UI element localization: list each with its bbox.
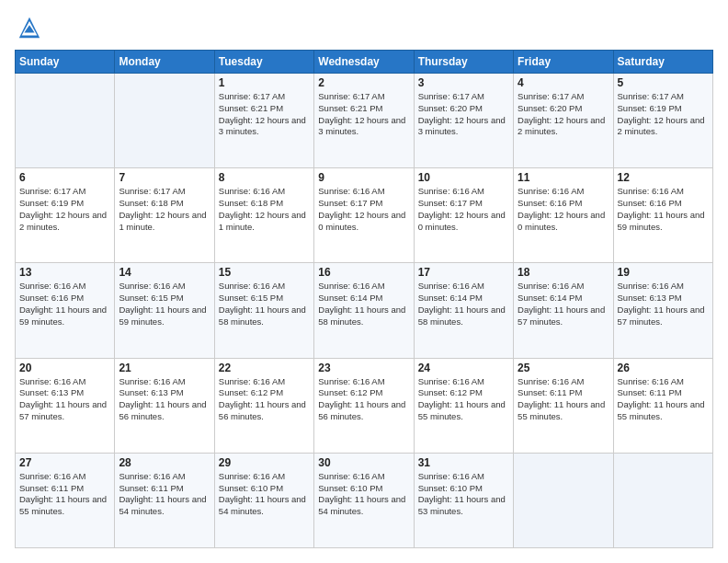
cell-info: Sunrise: 6:16 AM Sunset: 6:11 PM Dayligh… <box>518 376 609 423</box>
calendar-header-saturday: Saturday <box>613 51 712 74</box>
cell-info: Sunrise: 6:16 AM Sunset: 6:16 PM Dayligh… <box>518 186 609 233</box>
day-number: 21 <box>119 362 210 374</box>
calendar-header-friday: Friday <box>514 51 613 74</box>
calendar-cell <box>115 74 214 168</box>
calendar-cell: 29Sunrise: 6:16 AM Sunset: 6:10 PM Dayli… <box>214 453 313 547</box>
day-number: 27 <box>19 456 110 469</box>
calendar-cell: 5Sunrise: 6:17 AM Sunset: 6:19 PM Daylig… <box>613 74 712 168</box>
day-number: 1 <box>219 76 310 89</box>
calendar-cell: 16Sunrise: 6:16 AM Sunset: 6:14 PM Dayli… <box>314 263 414 358</box>
cell-info: Sunrise: 6:16 AM Sunset: 6:14 PM Dayligh… <box>318 281 409 327</box>
calendar-cell: 2Sunrise: 6:17 AM Sunset: 6:21 PM Daylig… <box>314 74 414 168</box>
calendar-cell: 4Sunrise: 6:17 AM Sunset: 6:20 PM Daylig… <box>514 74 613 168</box>
day-number: 30 <box>318 456 409 469</box>
day-number: 2 <box>318 76 409 89</box>
cell-info: Sunrise: 6:16 AM Sunset: 6:10 PM Dayligh… <box>418 471 509 518</box>
cell-info: Sunrise: 6:16 AM Sunset: 6:12 PM Dayligh… <box>219 376 310 423</box>
day-number: 15 <box>219 266 310 279</box>
calendar-cell: 8Sunrise: 6:16 AM Sunset: 6:18 PM Daylig… <box>214 168 313 263</box>
cell-info: Sunrise: 6:16 AM Sunset: 6:18 PM Dayligh… <box>219 186 310 233</box>
calendar-cell: 22Sunrise: 6:16 AM Sunset: 6:12 PM Dayli… <box>214 358 313 453</box>
day-number: 20 <box>19 362 110 374</box>
calendar-cell: 28Sunrise: 6:16 AM Sunset: 6:11 PM Dayli… <box>115 453 214 547</box>
day-number: 16 <box>318 266 409 279</box>
calendar-cell: 12Sunrise: 6:16 AM Sunset: 6:16 PM Dayli… <box>613 168 712 263</box>
cell-info: Sunrise: 6:17 AM Sunset: 6:20 PM Dayligh… <box>418 91 509 138</box>
calendar-cell: 9Sunrise: 6:16 AM Sunset: 6:17 PM Daylig… <box>314 168 414 263</box>
calendar-cell <box>514 453 613 547</box>
calendar-header-sunday: Sunday <box>16 51 115 74</box>
calendar-week-3: 13Sunrise: 6:16 AM Sunset: 6:16 PM Dayli… <box>16 263 713 358</box>
page: SundayMondayTuesdayWednesdayThursdayFrid… <box>0 0 728 563</box>
day-number: 23 <box>318 362 409 374</box>
calendar-header-thursday: Thursday <box>414 51 513 74</box>
calendar-header-monday: Monday <box>115 51 214 74</box>
cell-info: Sunrise: 6:16 AM Sunset: 6:12 PM Dayligh… <box>318 376 409 423</box>
calendar-cell: 19Sunrise: 6:16 AM Sunset: 6:13 PM Dayli… <box>613 263 712 358</box>
day-number: 31 <box>418 456 509 469</box>
calendar-cell: 30Sunrise: 6:16 AM Sunset: 6:10 PM Dayli… <box>314 453 414 547</box>
cell-info: Sunrise: 6:17 AM Sunset: 6:21 PM Dayligh… <box>318 91 409 138</box>
cell-info: Sunrise: 6:16 AM Sunset: 6:11 PM Dayligh… <box>618 376 709 423</box>
cell-info: Sunrise: 6:16 AM Sunset: 6:11 PM Dayligh… <box>19 471 110 518</box>
cell-info: Sunrise: 6:17 AM Sunset: 6:19 PM Dayligh… <box>618 91 709 138</box>
day-number: 28 <box>119 456 210 469</box>
day-number: 7 <box>119 171 210 184</box>
calendar-header-wednesday: Wednesday <box>314 51 414 74</box>
day-number: 17 <box>418 266 509 279</box>
day-number: 26 <box>618 362 709 374</box>
day-number: 9 <box>318 171 409 184</box>
calendar-cell: 14Sunrise: 6:16 AM Sunset: 6:15 PM Dayli… <box>115 263 214 358</box>
calendar-week-5: 27Sunrise: 6:16 AM Sunset: 6:11 PM Dayli… <box>16 453 713 547</box>
cell-info: Sunrise: 6:16 AM Sunset: 6:10 PM Dayligh… <box>219 471 310 518</box>
day-number: 18 <box>518 266 609 279</box>
cell-info: Sunrise: 6:17 AM Sunset: 6:21 PM Dayligh… <box>219 91 310 138</box>
day-number: 3 <box>418 76 509 89</box>
cell-info: Sunrise: 6:16 AM Sunset: 6:11 PM Dayligh… <box>119 471 210 518</box>
calendar-cell: 15Sunrise: 6:16 AM Sunset: 6:15 PM Dayli… <box>214 263 313 358</box>
calendar-cell: 20Sunrise: 6:16 AM Sunset: 6:13 PM Dayli… <box>16 358 115 453</box>
cell-info: Sunrise: 6:17 AM Sunset: 6:19 PM Dayligh… <box>19 186 110 233</box>
calendar-table: SundayMondayTuesdayWednesdayThursdayFrid… <box>15 50 713 548</box>
calendar-cell: 17Sunrise: 6:16 AM Sunset: 6:14 PM Dayli… <box>414 263 513 358</box>
cell-info: Sunrise: 6:16 AM Sunset: 6:17 PM Dayligh… <box>318 186 409 233</box>
day-number: 29 <box>219 456 310 469</box>
calendar-cell <box>613 453 712 547</box>
day-number: 4 <box>518 76 609 89</box>
day-number: 25 <box>518 362 609 374</box>
day-number: 19 <box>618 266 709 279</box>
calendar-cell: 10Sunrise: 6:16 AM Sunset: 6:17 PM Dayli… <box>414 168 513 263</box>
day-number: 11 <box>518 171 609 184</box>
calendar-cell: 31Sunrise: 6:16 AM Sunset: 6:10 PM Dayli… <box>414 453 513 547</box>
calendar-cell: 18Sunrise: 6:16 AM Sunset: 6:14 PM Dayli… <box>514 263 613 358</box>
calendar-cell: 13Sunrise: 6:16 AM Sunset: 6:16 PM Dayli… <box>16 263 115 358</box>
cell-info: Sunrise: 6:16 AM Sunset: 6:15 PM Dayligh… <box>119 281 210 327</box>
cell-info: Sunrise: 6:17 AM Sunset: 6:18 PM Dayligh… <box>119 186 210 233</box>
calendar-cell: 24Sunrise: 6:16 AM Sunset: 6:12 PM Dayli… <box>414 358 513 453</box>
cell-info: Sunrise: 6:16 AM Sunset: 6:14 PM Dayligh… <box>518 281 609 327</box>
cell-info: Sunrise: 6:16 AM Sunset: 6:15 PM Dayligh… <box>219 281 310 327</box>
cell-info: Sunrise: 6:16 AM Sunset: 6:16 PM Dayligh… <box>19 281 110 327</box>
calendar-cell: 21Sunrise: 6:16 AM Sunset: 6:13 PM Dayli… <box>115 358 214 453</box>
day-number: 10 <box>418 171 509 184</box>
logo-icon <box>17 15 42 40</box>
cell-info: Sunrise: 6:16 AM Sunset: 6:13 PM Dayligh… <box>119 376 210 423</box>
calendar-cell: 26Sunrise: 6:16 AM Sunset: 6:11 PM Dayli… <box>613 358 712 453</box>
header <box>15 15 713 40</box>
calendar-cell: 6Sunrise: 6:17 AM Sunset: 6:19 PM Daylig… <box>16 168 115 263</box>
cell-info: Sunrise: 6:16 AM Sunset: 6:14 PM Dayligh… <box>418 281 509 327</box>
day-number: 14 <box>119 266 210 279</box>
calendar-header-tuesday: Tuesday <box>214 51 313 74</box>
day-number: 8 <box>219 171 310 184</box>
calendar-cell <box>16 74 115 168</box>
cell-info: Sunrise: 6:16 AM Sunset: 6:13 PM Dayligh… <box>618 281 709 327</box>
calendar-cell: 3Sunrise: 6:17 AM Sunset: 6:20 PM Daylig… <box>414 74 513 168</box>
cell-info: Sunrise: 6:16 AM Sunset: 6:13 PM Dayligh… <box>19 376 110 423</box>
calendar-cell: 7Sunrise: 6:17 AM Sunset: 6:18 PM Daylig… <box>115 168 214 263</box>
calendar-cell: 25Sunrise: 6:16 AM Sunset: 6:11 PM Dayli… <box>514 358 613 453</box>
calendar-week-4: 20Sunrise: 6:16 AM Sunset: 6:13 PM Dayli… <box>16 358 713 453</box>
calendar-header-row: SundayMondayTuesdayWednesdayThursdayFrid… <box>16 51 713 74</box>
cell-info: Sunrise: 6:16 AM Sunset: 6:12 PM Dayligh… <box>418 376 509 423</box>
calendar-cell: 23Sunrise: 6:16 AM Sunset: 6:12 PM Dayli… <box>314 358 414 453</box>
calendar-cell: 11Sunrise: 6:16 AM Sunset: 6:16 PM Dayli… <box>514 168 613 263</box>
